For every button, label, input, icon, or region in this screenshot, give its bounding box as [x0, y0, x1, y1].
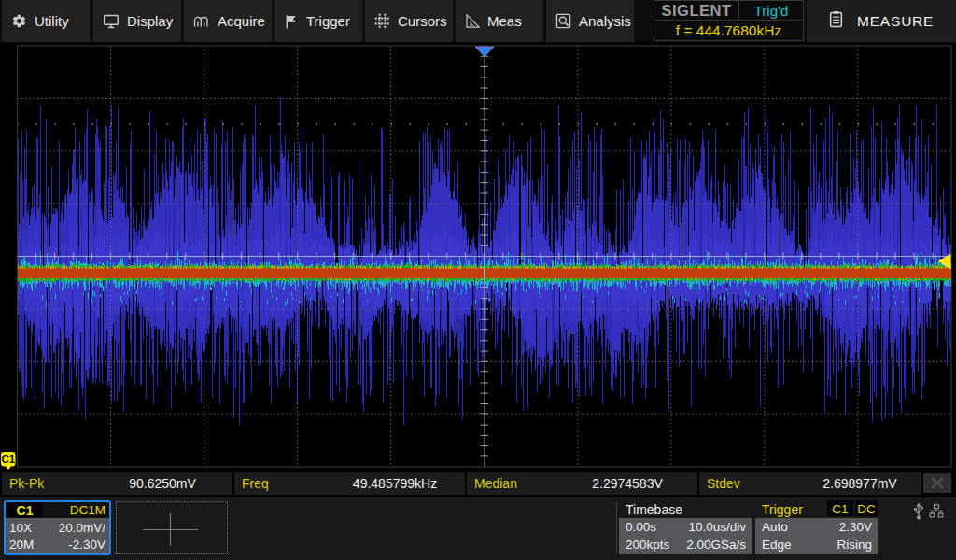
svg-text:C1: C1 — [1, 454, 15, 465]
